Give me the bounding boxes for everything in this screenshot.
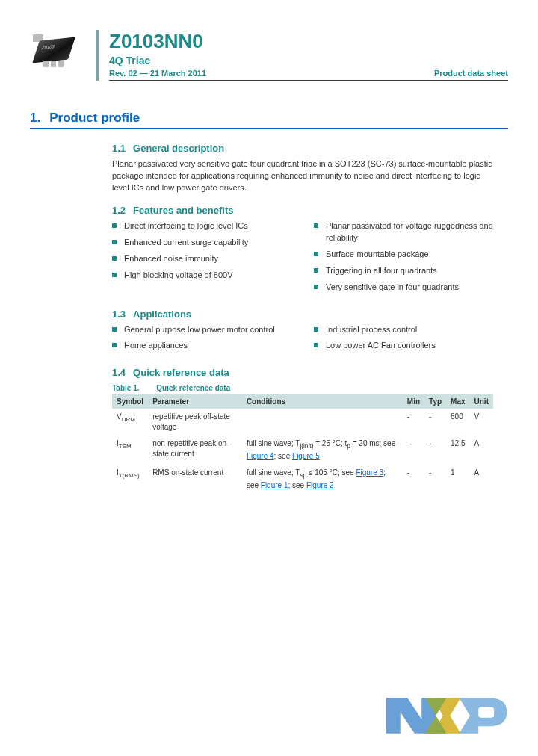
content-area: 1.1 General description Planar passivate…: [112, 143, 493, 494]
applications-right: Industrial process control Low power AC …: [314, 324, 493, 357]
list-item: General purpose low power motor control: [112, 324, 291, 336]
cell-conditions: full sine wave; Tj(init) = 25 °C; tp = 2…: [242, 436, 403, 465]
cell-unit: A: [470, 465, 493, 494]
table-row: IT(RMS)RMS on-state currentfull sine wav…: [112, 465, 493, 494]
list-item: Industrial process control: [314, 324, 493, 336]
heading-1-2: 1.2 Features and benefits: [112, 205, 493, 216]
cell-typ: -: [424, 409, 446, 436]
title-block: Z0103NN0 4Q Triac Rev. 02 — 21 March 201…: [96, 30, 508, 81]
section-1: 1. Product profile: [30, 111, 508, 129]
col-unit: Unit: [470, 394, 493, 409]
cell-parameter: non-repetitive peak on-state current: [148, 436, 242, 465]
section-1-title: Product profile: [49, 111, 140, 126]
doc-type: Product data sheet: [434, 69, 508, 78]
cell-unit: A: [470, 436, 493, 465]
general-description-body: Planar passivated very sensitive gate fo…: [112, 158, 493, 194]
cell-max: 800: [446, 409, 469, 436]
features-left: Direct interfacing to logic level ICs En…: [112, 220, 291, 298]
col-min: Min: [403, 394, 424, 409]
cell-max: 1: [446, 465, 469, 494]
table-row: ITSMnon-repetitive peak on-state current…: [112, 436, 493, 465]
list-item: Triggering in all four quadrants: [314, 265, 493, 277]
list-item: Direct interfacing to logic level ICs: [112, 220, 291, 232]
col-max: Max: [446, 394, 469, 409]
revision-text: Rev. 02 — 21 March 2011: [109, 69, 206, 78]
applications-left: General purpose low power motor control …: [112, 324, 291, 357]
list-item: Very sensitive gate in four quadrants: [314, 282, 493, 294]
document-header: Z0103 Z0103NN0 4Q Triac Rev. 02 — 21 Mar…: [30, 30, 508, 81]
cell-typ: -: [424, 436, 446, 465]
features-list: Direct interfacing to logic level ICs En…: [112, 220, 493, 298]
heading-1-1: 1.1 General description: [112, 143, 493, 154]
section-1-num: 1.: [30, 111, 40, 126]
page: Z0103 Z0103NN0 4Q Triac Rev. 02 — 21 Mar…: [0, 0, 538, 516]
applications-list: General purpose low power motor control …: [112, 324, 493, 357]
cell-parameter: RMS on-state current: [148, 465, 242, 494]
cell-min: -: [403, 409, 424, 436]
nxp-logo: [383, 686, 525, 746]
product-subtitle: 4Q Triac: [109, 55, 508, 66]
cell-symbol: IT(RMS): [112, 465, 148, 494]
cell-conditions: full sine wave; Tsp ≤ 105 °C; see Figure…: [242, 465, 403, 494]
svg-rect-0: [478, 707, 494, 718]
quick-reference-table: Symbol Parameter Conditions Min Typ Max …: [112, 394, 493, 493]
heading-1-3: 1.3 Applications: [112, 309, 493, 320]
cell-unit: V: [470, 409, 493, 436]
cell-symbol: ITSM: [112, 436, 148, 465]
col-symbol: Symbol: [112, 394, 148, 409]
cell-symbol: VDRM: [112, 409, 148, 436]
list-item: High blocking voltage of 800V: [112, 270, 291, 282]
col-parameter: Parameter: [148, 394, 242, 409]
table-caption: Table 1. Quick reference data: [112, 384, 493, 392]
cell-max: 12.5: [446, 436, 469, 465]
list-item: Enhanced noise immunity: [112, 253, 291, 265]
list-item: Home appliances: [112, 340, 291, 352]
part-number: Z0103NN0: [109, 30, 508, 53]
cell-typ: -: [424, 465, 446, 494]
cell-min: -: [403, 436, 424, 465]
package-image: Z0103: [30, 34, 82, 72]
table-row: VDRMrepetitive peak off-state voltage--8…: [112, 409, 493, 436]
cell-conditions: [242, 409, 403, 436]
list-item: Low power AC Fan controllers: [314, 340, 493, 352]
col-conditions: Conditions: [242, 394, 403, 409]
col-typ: Typ: [424, 394, 446, 409]
cell-min: -: [403, 465, 424, 494]
table-header-row: Symbol Parameter Conditions Min Typ Max …: [112, 394, 493, 409]
cell-parameter: repetitive peak off-state voltage: [148, 409, 242, 436]
list-item: Surface-mountable package: [314, 249, 493, 261]
list-item: Enhanced current surge capability: [112, 237, 291, 249]
list-item: Planar passivated for voltage ruggedness…: [314, 220, 493, 244]
features-right: Planar passivated for voltage ruggedness…: [314, 220, 493, 298]
heading-1-4: 1.4 Quick reference data: [112, 367, 493, 378]
